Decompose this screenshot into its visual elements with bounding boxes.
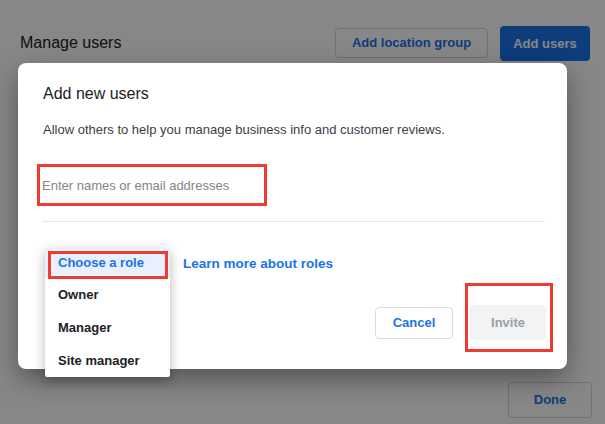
divider	[42, 221, 545, 222]
learn-more-link[interactable]: Learn more about roles	[183, 256, 333, 271]
invite-button[interactable]: Invite	[470, 305, 546, 340]
invitee-input[interactable]	[42, 167, 542, 203]
cancel-button[interactable]: Cancel	[375, 307, 453, 339]
role-dropdown-menu: Choose a role Owner Manager Site manager	[45, 248, 170, 377]
dialog-subtitle: Allow others to help you manage business…	[43, 122, 445, 137]
dialog-title: Add new users	[43, 85, 149, 103]
screen: Manage users Add location group Add user…	[0, 0, 605, 424]
role-option-choose-a-role[interactable]: Choose a role	[45, 248, 170, 278]
role-option-owner[interactable]: Owner	[45, 278, 170, 311]
role-option-manager[interactable]: Manager	[45, 311, 170, 344]
role-option-site-manager[interactable]: Site manager	[45, 344, 170, 377]
